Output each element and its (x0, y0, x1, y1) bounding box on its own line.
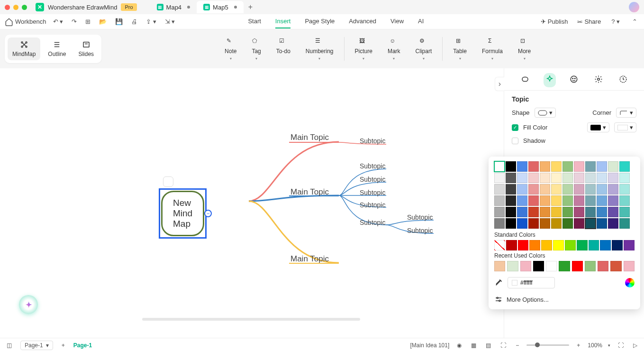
fill-color-dropdown[interactable]: ▾ (587, 122, 609, 132)
color-swatch[interactable] (624, 261, 635, 271)
import-button[interactable]: ⇲ ▾ (163, 18, 177, 25)
panel-collapse-button[interactable]: › (495, 77, 504, 91)
todo-button[interactable]: ☑To-do (269, 35, 298, 64)
table-button[interactable]: ⊞Table▾ (445, 35, 474, 64)
publish-button[interactable]: ✈ Publish (541, 18, 568, 25)
menu-view[interactable]: View (390, 15, 404, 28)
color-swatch[interactable] (551, 207, 562, 217)
color-swatch[interactable] (619, 195, 630, 206)
node-handle[interactable] (163, 176, 173, 187)
more-options-button[interactable]: More Options... (494, 295, 635, 304)
main-topic-1[interactable]: Main Topic (290, 133, 329, 142)
numbering-button[interactable]: ☰Numbering▾ (298, 35, 341, 64)
color-swatch[interactable] (506, 240, 517, 250)
main-topic-3[interactable]: Main Topic (290, 254, 329, 264)
share-button[interactable]: ⫘ Share (576, 18, 601, 25)
active-page-label[interactable]: Page-1 (73, 342, 92, 349)
clipart-button[interactable]: ⚙Clipart▾ (408, 35, 440, 64)
zoom-out-button[interactable]: − (514, 342, 521, 349)
subtopic[interactable]: Subtopic (360, 219, 385, 226)
color-swatch[interactable] (597, 195, 607, 206)
formula-button[interactable]: ΣFormula▾ (474, 35, 510, 64)
color-swatch[interactable] (574, 207, 584, 217)
color-swatch[interactable] (528, 161, 539, 172)
picture-button[interactable]: 🖼Picture▾ (347, 35, 380, 64)
color-swatch[interactable] (597, 161, 607, 172)
color-swatch[interactable] (551, 184, 562, 195)
pages-panel-button[interactable]: ◫ (5, 342, 14, 349)
color-swatch[interactable] (517, 161, 527, 172)
color-swatch[interactable] (553, 240, 564, 250)
color-swatch[interactable] (540, 207, 550, 217)
outline-view-button[interactable]: Outline (43, 37, 71, 60)
grid-button[interactable]: ▦ (469, 342, 478, 349)
color-swatch[interactable] (551, 173, 562, 183)
note-button[interactable]: ✎Note▾ (217, 35, 244, 64)
color-swatch[interactable] (610, 261, 621, 271)
color-swatch[interactable] (585, 207, 596, 217)
maximize-window-icon[interactable] (22, 5, 27, 10)
new-button[interactable]: ⊞ (83, 18, 92, 25)
subtopic[interactable]: Subtopic (360, 162, 385, 170)
color-swatch[interactable] (619, 218, 630, 229)
print-button[interactable]: 🖨 (129, 18, 139, 25)
new-tab-button[interactable]: + (244, 1, 257, 13)
color-swatch[interactable] (619, 207, 630, 217)
color-swatch[interactable] (585, 173, 596, 183)
panel-tab-clipart[interactable] (592, 73, 605, 87)
color-swatch[interactable] (559, 261, 570, 271)
subtopic[interactable]: Subtopic (407, 227, 433, 234)
color-swatch[interactable] (624, 240, 635, 250)
color-swatch[interactable] (597, 184, 607, 195)
color-swatch[interactable] (494, 240, 505, 250)
panel-tab-topic[interactable] (519, 73, 531, 87)
add-page-button[interactable]: + (60, 342, 67, 349)
redo-button[interactable]: ↷ (70, 18, 79, 25)
tab-map5[interactable]: ▦ Map5 (197, 1, 244, 13)
color-swatch[interactable] (494, 161, 505, 172)
subtopic[interactable]: Subtopic (360, 201, 385, 209)
fill-color-checkbox[interactable]: ✓ (512, 124, 518, 131)
color-swatch[interactable] (585, 218, 596, 229)
subtopic[interactable]: Subtopic (360, 189, 385, 196)
main-topic-2[interactable]: Main Topic (290, 187, 329, 197)
color-swatch[interactable] (494, 173, 505, 183)
color-swatch[interactable] (546, 261, 557, 271)
color-swatch[interactable] (562, 161, 573, 172)
color-swatch[interactable] (528, 173, 539, 183)
color-swatch[interactable] (506, 207, 516, 217)
color-swatch[interactable] (507, 261, 518, 271)
color-swatch[interactable] (528, 195, 539, 206)
color-swatch[interactable] (574, 161, 584, 172)
color-swatch[interactable] (574, 184, 584, 195)
user-avatar[interactable] (629, 2, 639, 12)
color-swatch[interactable] (540, 218, 550, 229)
presentation-button[interactable]: ▷ (631, 342, 639, 349)
tab-map4[interactable]: ▦ Map4 (150, 1, 197, 13)
color-swatch[interactable] (528, 218, 539, 229)
tag-button[interactable]: ⬠Tag▾ (244, 35, 268, 64)
color-swatch[interactable] (574, 195, 584, 206)
menu-insert[interactable]: Insert (275, 15, 291, 28)
color-swatch[interactable] (608, 218, 618, 229)
workbench-button[interactable]: Workbench (5, 18, 46, 26)
page-selector[interactable]: Page-1 ▾ (20, 341, 53, 350)
color-swatch[interactable] (562, 207, 573, 217)
color-swatch[interactable] (518, 240, 529, 250)
slides-view-button[interactable]: Slides (73, 37, 99, 60)
color-swatch[interactable] (541, 240, 552, 250)
color-swatch[interactable] (565, 240, 576, 250)
color-swatch[interactable] (540, 173, 550, 183)
color-swatch[interactable] (517, 218, 527, 229)
color-swatch[interactable] (551, 195, 562, 206)
color-swatch[interactable] (612, 240, 623, 250)
color-swatch[interactable] (506, 184, 516, 195)
panel-tab-style[interactable] (544, 73, 556, 87)
shape-selector[interactable]: ▾ (535, 108, 556, 118)
menu-advanced[interactable]: Advanced (349, 15, 376, 28)
color-swatch[interactable] (562, 173, 573, 183)
color-swatch[interactable] (540, 195, 550, 206)
color-swatch[interactable] (506, 195, 516, 206)
color-swatch[interactable] (506, 218, 516, 229)
mindmap-view-button[interactable]: MindMap (8, 37, 40, 60)
